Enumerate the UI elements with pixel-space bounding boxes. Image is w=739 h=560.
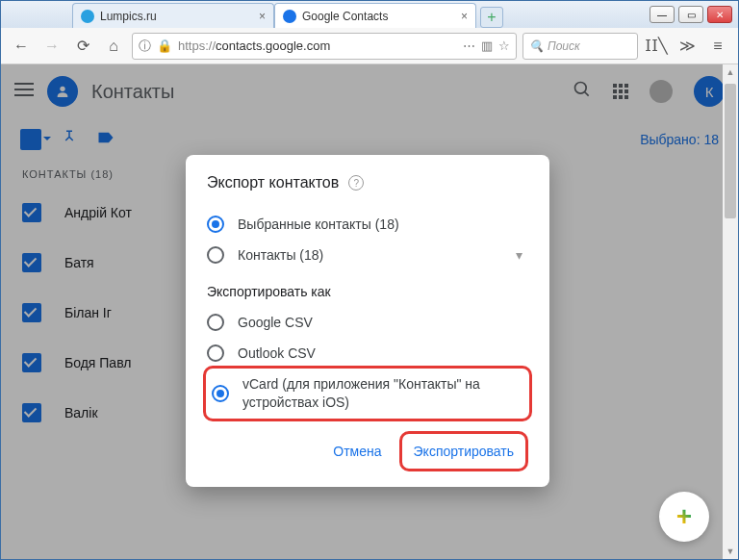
radio-icon — [207, 344, 224, 362]
back-button[interactable]: ← — [9, 34, 34, 59]
export-button-highlight: Экспортировать — [399, 431, 528, 471]
sidebar-icon[interactable]: ≫ — [675, 34, 700, 59]
scrollbar[interactable]: ▲ ▼ — [723, 64, 738, 559]
scope-all-radio[interactable]: Контакты (18) ▾ — [207, 240, 528, 270]
scroll-down-icon[interactable]: ▼ — [723, 544, 738, 559]
search-box[interactable]: 🔍 Поиск — [522, 33, 638, 60]
favicon-icon — [81, 10, 94, 23]
close-tab-icon[interactable]: × — [259, 10, 266, 23]
window-close-button[interactable]: ✕ — [707, 6, 732, 23]
home-button[interactable]: ⌂ — [101, 34, 126, 59]
star-icon[interactable]: ☆ — [498, 38, 510, 53]
new-tab-button[interactable]: + — [480, 7, 503, 28]
scroll-thumb[interactable] — [725, 84, 736, 218]
tab-label: Google Contacts — [302, 10, 455, 23]
favicon-icon — [283, 10, 296, 23]
radio-icon — [207, 216, 224, 233]
radio-label: Google CSV — [238, 315, 313, 330]
forward-button[interactable]: → — [39, 34, 64, 59]
format-vcard-highlight: vCard (для приложения "Контакты" на устр… — [203, 366, 532, 421]
minimize-button[interactable]: — — [650, 6, 675, 23]
plus-icon: + — [676, 501, 692, 532]
radio-icon — [207, 314, 224, 331]
format-google-radio[interactable]: Google CSV — [207, 307, 528, 338]
scroll-up-icon[interactable]: ▲ — [723, 64, 738, 80]
export-as-label: Экспортировать как — [207, 284, 528, 299]
info-icon[interactable]: ⓘ — [139, 38, 151, 55]
browser-tab-lumpics[interactable]: Lumpics.ru × — [72, 3, 274, 28]
radio-label: Outlook CSV — [238, 345, 316, 361]
format-vcard-radio[interactable]: vCard (для приложения "Контакты" на устр… — [212, 372, 523, 415]
radio-label: Контакты (18) — [238, 247, 323, 263]
options-icon[interactable]: ⋯ — [463, 38, 475, 53]
url-bar[interactable]: ⓘ 🔒 https://contacts.google.com ⋯ ▥ ☆ — [132, 33, 517, 60]
library-icon[interactable]: 𝖨𝖨╲ — [644, 34, 669, 59]
cancel-button[interactable]: Отмена — [323, 436, 391, 467]
tab-label: Lumpics.ru — [100, 10, 253, 23]
export-dialog: Экспорт контактов ? Выбранные контакты (… — [186, 155, 549, 487]
format-outlook-radio[interactable]: Outlook CSV — [207, 338, 528, 364]
radio-icon — [212, 385, 229, 402]
radio-icon — [207, 246, 224, 264]
dialog-title: Экспорт контактов ? — [207, 174, 528, 191]
url-text: https://contacts.google.com — [178, 38, 457, 53]
close-tab-icon[interactable]: × — [461, 10, 468, 23]
search-icon: 🔍 — [529, 39, 544, 53]
browser-tab-contacts[interactable]: Google Contacts × — [274, 3, 476, 28]
chevron-down-icon[interactable]: ▾ — [516, 247, 522, 263]
add-contact-fab[interactable]: + — [659, 492, 709, 542]
help-icon[interactable]: ? — [348, 175, 364, 191]
reader-icon[interactable]: ▥ — [481, 38, 493, 53]
menu-icon[interactable]: ≡ — [705, 34, 730, 59]
lock-icon: 🔒 — [157, 38, 172, 53]
radio-label: Выбранные контакты (18) — [238, 216, 399, 232]
maximize-button[interactable]: ▭ — [678, 6, 703, 23]
search-placeholder: Поиск — [548, 39, 580, 53]
scope-selected-radio[interactable]: Выбранные контакты (18) — [207, 209, 528, 240]
reload-button[interactable]: ⟳ — [70, 34, 95, 59]
radio-label: vCard (для приложения "Контакты" на устр… — [242, 375, 523, 412]
export-button[interactable]: Экспортировать — [404, 436, 523, 467]
